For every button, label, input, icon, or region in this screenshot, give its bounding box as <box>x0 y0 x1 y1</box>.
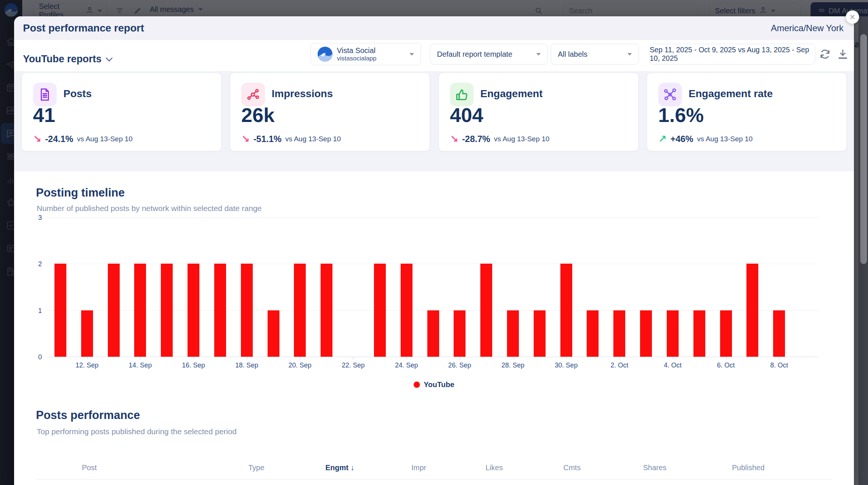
x-axis-tick <box>407 357 407 359</box>
close-button[interactable]: ✕ <box>846 10 859 24</box>
bar-sep-11 <box>54 264 66 357</box>
table-divider <box>36 479 832 479</box>
profile-avatar <box>318 47 332 62</box>
stat-value: 41 <box>33 103 55 126</box>
x-axis-label: 8. Oct <box>757 362 801 369</box>
x-axis-label: 12. Sep <box>65 362 109 369</box>
bar-sep-18 <box>241 264 253 357</box>
delta-compare: vs Aug 13-Sep 10 <box>494 135 550 143</box>
youtube-legend-label: YouTube <box>424 380 454 389</box>
bar-sep-17 <box>214 264 226 357</box>
scrollbar-thumb[interactable] <box>860 34 867 264</box>
delta-compare: vs Aug 13-Sep 10 <box>77 135 133 143</box>
trend-arrow-icon: ↘ <box>33 134 42 144</box>
stat-label: Engagement <box>480 88 543 100</box>
bar-oct-5 <box>693 310 705 357</box>
timezone-label: America/New York <box>771 16 844 40</box>
refresh-icon <box>819 48 831 60</box>
page-scrollbar[interactable] <box>858 16 868 485</box>
bar-oct-7 <box>746 264 758 357</box>
network-icon <box>658 83 682 106</box>
x-axis-tick <box>566 357 567 359</box>
gridline-y0 <box>47 357 819 357</box>
x-axis-label: 18. Sep <box>225 362 269 369</box>
stat-delta: ↘ -51.1% vs Aug 13-Sep 10 <box>241 134 341 144</box>
stat-value: 404 <box>450 103 483 126</box>
delta-percent: -51.1% <box>254 134 282 144</box>
bar-oct-2 <box>613 310 625 357</box>
close-icon: ✕ <box>849 13 856 22</box>
stat-card-engagement-rate: Engagement rate 1.6% ↗ +46% vs Aug 13-Se… <box>647 73 847 151</box>
x-axis-tick <box>779 357 779 359</box>
x-axis-tick <box>300 357 300 359</box>
download-icon <box>837 48 849 60</box>
screen: Select Profiles All messages Search Sele… <box>0 0 868 485</box>
y-axis-label-1: 1 <box>27 307 42 314</box>
column-header-cmts[interactable]: Cmts <box>563 463 581 472</box>
caret-down-icon <box>536 53 541 56</box>
profile-select[interactable]: Vista Social vistasocialapp <box>311 43 421 65</box>
stat-value: 26k <box>241 103 275 126</box>
column-header-type[interactable]: Type <box>248 463 264 472</box>
x-axis-label: 4. Oct <box>650 362 695 369</box>
column-header-published[interactable]: Published <box>732 463 765 472</box>
stat-delta: ↘ -28.7% vs Aug 13-Sep 10 <box>450 134 550 144</box>
x-axis-label: 16. Sep <box>171 362 216 369</box>
x-axis-tick <box>673 357 673 359</box>
posts-performance-subtitle: Top performing posts published during th… <box>37 427 236 436</box>
column-header-likes[interactable]: Likes <box>486 463 503 472</box>
bar-oct-6 <box>720 310 732 357</box>
report-type-dropdown[interactable]: YouTube reports <box>23 53 112 65</box>
x-axis-label: 2. Oct <box>597 362 642 369</box>
chart-legend[interactable]: YouTube <box>14 380 854 389</box>
x-axis-tick <box>140 357 140 359</box>
bar-oct-1 <box>587 310 599 357</box>
x-axis-tick <box>87 357 87 359</box>
x-axis-tick <box>247 357 247 359</box>
y-axis-label-0: 0 <box>27 353 42 361</box>
bar-sep-15 <box>161 264 173 357</box>
x-axis-label: 6. Oct <box>704 362 748 369</box>
date-range-picker[interactable]: Sep 11, 2025 - Oct 9, 2025 vs Aug 13, 20… <box>649 44 815 65</box>
stat-label: Posts <box>63 88 92 100</box>
column-header-engmt[interactable]: Engmt ↓ <box>325 463 354 472</box>
bar-sep-28 <box>507 310 519 357</box>
column-header-post[interactable]: Post <box>82 463 97 472</box>
stat-value: 1.6% <box>658 103 704 126</box>
refresh-button[interactable] <box>819 48 831 60</box>
document-icon <box>33 83 57 106</box>
posting-timeline-title: Posting timeline <box>36 186 125 199</box>
download-button[interactable] <box>837 48 849 60</box>
x-axis-tick <box>513 357 513 359</box>
column-header-impr[interactable]: Impr <box>411 463 426 472</box>
posts-table-header: PostTypeEngmt ↓ImprLikesCmtsSharesPublis… <box>14 461 854 479</box>
delta-compare: vs Aug 13-Sep 10 <box>697 135 753 143</box>
stat-card-engagement: Engagement 404 ↘ -28.7% vs Aug 13-Sep 10 <box>438 73 639 151</box>
bar-oct-8 <box>773 310 785 357</box>
column-header-shares[interactable]: Shares <box>643 463 666 472</box>
labels-value: All labels <box>558 50 587 59</box>
thumbs-up-icon <box>450 83 474 106</box>
profile-text: Vista Social vistasocialapp <box>337 46 405 62</box>
stat-card-posts: Posts 41 ↘ -24.1% vs Aug 13-Sep 10 <box>21 73 222 151</box>
stat-label: Engagement rate <box>689 88 773 100</box>
delta-percent: -28.7% <box>462 134 490 144</box>
report-template-select[interactable]: Default report template <box>430 44 548 65</box>
x-axis-label: 20. Sep <box>278 362 322 369</box>
stat-delta: ↘ -24.1% vs Aug 13-Sep 10 <box>33 134 133 144</box>
y-axis-label-3: 3 <box>27 214 42 222</box>
posting-timeline-subtitle: Number of published posts by network wit… <box>37 204 262 213</box>
bar-sep-16 <box>188 264 199 357</box>
delta-percent: +46% <box>670 134 693 144</box>
labels-select[interactable]: All labels <box>551 44 639 65</box>
x-axis-label: 26. Sep <box>437 362 482 369</box>
bar-sep-13 <box>108 264 120 357</box>
date-range-value: Sep 11, 2025 - Oct 9, 2025 vs Aug 13, 20… <box>650 46 815 63</box>
bar-oct-4 <box>667 310 679 357</box>
bar-sep-19 <box>268 310 279 357</box>
bar-sep-23 <box>374 264 386 357</box>
x-axis-label: 28. Sep <box>491 362 535 369</box>
x-axis-label: 14. Sep <box>118 362 162 369</box>
bar-sep-30 <box>560 264 572 357</box>
y-axis-label-2: 2 <box>27 260 42 268</box>
